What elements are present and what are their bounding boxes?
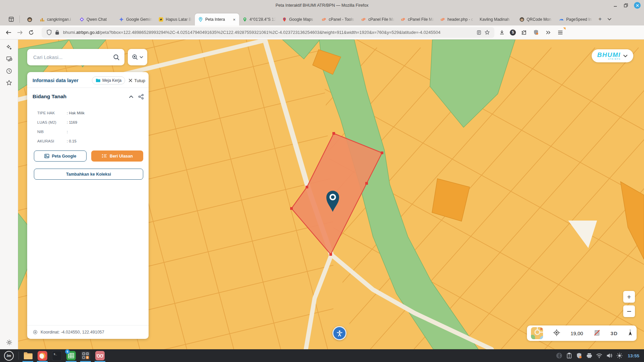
accessibility-button[interactable] (332, 326, 346, 340)
field-row: NIB: (37, 130, 143, 139)
account-shield-icon[interactable] (532, 28, 540, 37)
tab-cpanel-file-manager-1[interactable]: cP cPanel File Ma (358, 13, 397, 25)
back-button[interactable] (3, 27, 13, 38)
tab-label: QRCode Mon (527, 17, 553, 22)
meja-kerja-button[interactable]: Meja Kerja (92, 76, 125, 84)
ai-chatbot-icon[interactable] (6, 44, 12, 51)
tab-coordinates[interactable]: 4°01'28.4"S 12 (239, 13, 279, 25)
bookmarks-star-icon[interactable] (6, 79, 12, 86)
shield-update-icon[interactable] (576, 353, 582, 359)
locate-icon[interactable] (553, 329, 560, 338)
bhumi-brand-button[interactable]: BHUMI ATR/BPN (592, 49, 633, 62)
reader-mode-icon[interactable] (475, 28, 483, 37)
tab-label: Google Maps (289, 17, 315, 22)
screen-share-icon[interactable] (6, 56, 12, 62)
forward-button[interactable] (15, 27, 25, 38)
tab-cangkringan[interactable]: cangkringan.i (37, 13, 76, 25)
notification-badge: 5 (65, 349, 70, 354)
firefox-view-button[interactable] (6, 13, 16, 25)
desktop: Peta Interaktif BHUMI ATR/BPN — Mozilla … (0, 0, 644, 362)
restore-button[interactable] (623, 3, 629, 8)
volume-icon[interactable] (606, 353, 612, 359)
bhumi-logo: BHUMI ATR/BPN (597, 52, 621, 60)
overflow-chevrons-icon[interactable] (544, 28, 552, 37)
tab-label: cPanel File Ma (368, 17, 394, 22)
tab-qrcode-monkey[interactable]: QRCode Mon (516, 13, 556, 25)
bookmark-star-icon[interactable] (483, 28, 491, 37)
location-search-box[interactable] (27, 49, 124, 65)
mint-menu-button[interactable]: lm (4, 351, 14, 361)
zoom-out-button[interactable]: − (623, 305, 635, 317)
extension-s-icon[interactable]: S (510, 29, 516, 36)
close-panel-button[interactable]: Tutup (128, 78, 145, 83)
search-location-icon (132, 54, 138, 60)
tracking-shield-icon[interactable] (45, 28, 53, 37)
maps-pin-icon (242, 17, 247, 22)
wifi-icon[interactable] (596, 353, 602, 359)
bluetooth-icon[interactable] (556, 353, 562, 359)
terminal-app-icon[interactable]: $_ (50, 349, 63, 362)
yellow-app-icon (158, 17, 163, 22)
history-clock-icon[interactable] (6, 68, 12, 74)
collapse-chevron-icon[interactable] (129, 95, 133, 98)
tab-kavling-madinah[interactable]: Kavling Madinah (477, 13, 516, 25)
reader-app-icon[interactable] (94, 349, 106, 362)
tab-peta-interaktif-active[interactable]: Peta Intera × (195, 13, 239, 25)
downloads-icon[interactable] (498, 28, 506, 37)
search-input[interactable] (33, 54, 113, 60)
beri-ulasan-button[interactable]: Beri Ulasan (91, 150, 143, 162)
layer-info-panel: Informasi data layer Meja Kerja Tutup Bi… (27, 72, 149, 339)
files-app-icon[interactable] (21, 349, 34, 362)
peta-google-button[interactable]: Peta Google (34, 150, 87, 162)
pinned-tab-monkey[interactable] (22, 13, 37, 25)
chart-bars-icon (40, 17, 45, 22)
spreadsheet-app-icon[interactable]: 5 (65, 349, 77, 362)
compass-north-icon[interactable]: N (628, 329, 633, 338)
tab-header-php[interactable]: cP header.php - c (437, 13, 477, 25)
reload-button[interactable] (26, 27, 36, 38)
photo-map-icon (44, 154, 49, 158)
zoom-in-button[interactable]: + (623, 291, 635, 303)
close-button[interactable] (634, 2, 641, 9)
tambahkan-koleksi-button[interactable]: Tambahkan ke Koleksi (34, 169, 143, 180)
tab-cpanel-tools[interactable]: cP cPanel - Tools (318, 13, 358, 25)
tab-google-maps[interactable]: Google Maps (279, 13, 318, 25)
tab-google-gemini[interactable]: Google Gemin (116, 13, 155, 25)
qwen-icon (79, 17, 84, 22)
tab-qwen-chat[interactable]: Qwen Chat (76, 13, 116, 25)
3d-toggle[interactable]: 3D (610, 330, 618, 336)
buildings-toggle-icon[interactable] (593, 329, 600, 338)
tab-close-icon[interactable]: × (232, 17, 236, 22)
brightness-icon[interactable] (616, 353, 623, 359)
calculator-app-icon[interactable] (79, 349, 92, 362)
lock-icon[interactable] (53, 28, 61, 37)
tab-hapus-latar[interactable]: Hapus Latar B (155, 13, 195, 25)
extensions-puzzle-icon[interactable] (520, 28, 528, 37)
map-viewport[interactable]: Informasi data layer Meja Kerja Tutup Bi… (18, 40, 644, 349)
taskbar-clock[interactable]: 13:55 (628, 353, 639, 358)
tab-pagespeed[interactable]: PageSpeed In (556, 13, 595, 25)
tab-cpanel-file-manager-2[interactable]: cP cPanel File Ma (397, 13, 437, 25)
url-text[interactable]: bhumi.atrbpn.go.id/peta?bbox=122.4898652… (63, 30, 475, 35)
menu-alert-badge (563, 27, 566, 30)
settings-gear-icon[interactable] (6, 339, 12, 346)
menu-hamburger-icon[interactable] (556, 28, 564, 37)
basemap-thumbnail[interactable] (531, 327, 543, 339)
printer-icon[interactable] (586, 353, 592, 359)
monkey-icon (519, 17, 524, 22)
minimize-button[interactable] (612, 3, 618, 8)
search-options-button[interactable] (128, 49, 147, 65)
meja-kerja-label: Meja Kerja (102, 78, 121, 83)
taskbar: lm $_ 5 (0, 349, 644, 362)
tab-label: cangkringan.i (47, 17, 73, 22)
taskbar-separator (18, 352, 19, 360)
pagespeed-gauge-icon (559, 17, 564, 22)
share-icon[interactable] (138, 94, 144, 100)
url-bar[interactable]: bhumi.atrbpn.go.id/peta?bbox=122.4898652… (42, 27, 494, 38)
clipboard-icon[interactable] (566, 353, 572, 359)
firefox-app-icon[interactable] (36, 349, 49, 362)
search-icon[interactable] (113, 54, 120, 61)
list-tabs-button[interactable] (605, 14, 614, 24)
new-tab-button[interactable]: + (595, 14, 605, 24)
gemini-sparkle-icon (119, 17, 124, 22)
